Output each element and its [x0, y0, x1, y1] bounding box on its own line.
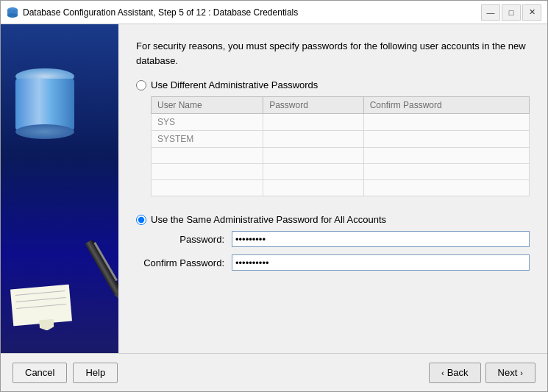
cell-empty-2 — [263, 148, 364, 164]
next-button[interactable]: Next › — [485, 363, 535, 383]
sidebar — [1, 24, 118, 353]
confirm-password-input[interactable] — [232, 254, 530, 271]
cell-empty-7 — [152, 180, 263, 196]
radio-same-text: Use the Same Administrative Password for… — [151, 214, 386, 225]
cell-system-username: SYSTEM — [152, 131, 263, 148]
confirm-password-row: Confirm Password: — [136, 254, 530, 271]
title-bar-controls: — □ ✕ — [481, 4, 541, 21]
cell-empty-4 — [152, 164, 263, 180]
radio-same-password[interactable] — [136, 215, 146, 225]
radio-different-text: Use Different Administrative Passwords — [151, 79, 318, 90]
minimize-button[interactable]: — — [481, 4, 500, 21]
footer-right-buttons: ‹ Back Next › — [429, 363, 535, 383]
next-arrow-icon: › — [520, 368, 523, 377]
table-row: SYSTEM — [152, 131, 530, 148]
cell-empty-3 — [363, 148, 529, 164]
different-passwords-section: Use Different Administrative Passwords U… — [136, 79, 530, 196]
content-area: For security reasons, you must specify p… — [118, 24, 547, 353]
confirm-password-label: Confirm Password: — [136, 257, 232, 268]
maximize-button[interactable]: □ — [502, 4, 521, 21]
cell-empty-5 — [263, 164, 364, 180]
cell-sys-confirm — [363, 114, 529, 131]
col-password: Password — [263, 97, 364, 114]
password-row: Password: — [136, 231, 530, 247]
description: For security reasons, you must specify p… — [136, 39, 530, 68]
main-content: For security reasons, you must specify p… — [1, 24, 547, 353]
credentials-table: User Name Password Confirm Password SYS — [151, 96, 530, 196]
back-arrow-icon: ‹ — [441, 368, 444, 377]
sidebar-image — [1, 24, 118, 353]
cancel-button[interactable]: Cancel — [13, 363, 67, 383]
radio-different-passwords[interactable] — [136, 80, 146, 90]
back-button[interactable]: ‹ Back — [429, 363, 481, 383]
cell-empty-8 — [263, 180, 364, 196]
cell-system-password — [263, 131, 364, 148]
cell-empty-9 — [363, 180, 529, 196]
cell-empty-1 — [152, 148, 263, 164]
close-button[interactable]: ✕ — [522, 4, 541, 21]
pen-illustration — [85, 240, 118, 307]
app-icon — [7, 7, 18, 18]
svg-point-2 — [7, 13, 18, 18]
description-line2: database. — [136, 55, 178, 66]
col-username: User Name — [152, 97, 263, 114]
footer: Cancel Help ‹ Back Next › — [1, 353, 547, 391]
table-row-empty — [152, 180, 530, 196]
footer-left-buttons: Cancel Help — [13, 363, 118, 383]
password-input[interactable] — [232, 231, 530, 247]
title-bar-text: Database Configuration Assistant, Step 5… — [23, 7, 481, 18]
radio-different-label[interactable]: Use Different Administrative Passwords — [136, 79, 530, 90]
different-passwords-table-container: User Name Password Confirm Password SYS — [151, 96, 530, 196]
title-bar: Database Configuration Assistant, Step 5… — [1, 1, 547, 24]
same-password-section: Use the Same Administrative Password for… — [136, 214, 530, 278]
database-illustration — [15, 68, 74, 139]
table-row-empty — [152, 164, 530, 180]
cell-system-confirm — [363, 131, 529, 148]
password-label: Password: — [136, 234, 232, 245]
main-window: Database Configuration Assistant, Step 5… — [0, 0, 548, 392]
table-row-empty — [152, 148, 530, 164]
back-label: Back — [447, 367, 469, 378]
cell-sys-password — [263, 114, 364, 131]
help-button[interactable]: Help — [73, 363, 118, 383]
table-row: SYS — [152, 114, 530, 131]
cell-empty-6 — [363, 164, 529, 180]
radio-same-label[interactable]: Use the Same Administrative Password for… — [136, 214, 530, 225]
next-label: Next — [498, 367, 518, 378]
col-confirm: Confirm Password — [363, 97, 529, 114]
paper-illustration — [10, 285, 72, 327]
description-line1: For security reasons, you must specify p… — [136, 40, 526, 51]
cell-sys-username: SYS — [152, 114, 263, 131]
